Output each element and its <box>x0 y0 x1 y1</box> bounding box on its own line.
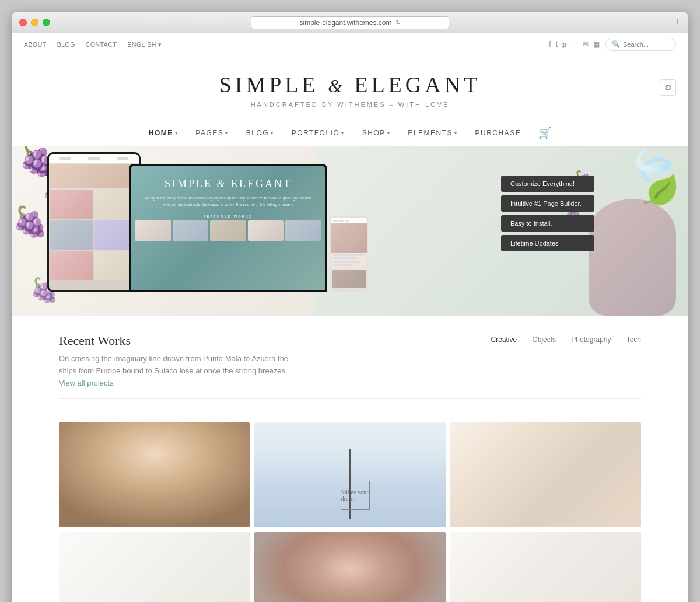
recent-works-section: Recent Works On crossing the imaginary l… <box>12 316 688 422</box>
hero-banner: 🍇 🍇 🍇 🍇 🍃 🍇 🍇 2.0 <box>12 146 688 316</box>
site-title-ampersand: & <box>328 75 354 96</box>
devices-container: SIMPLE & ELEGANT At night the body of cl… <box>47 152 368 292</box>
filter-tech[interactable]: Tech <box>626 335 641 344</box>
portfolio-item-4[interactable] <box>59 532 250 602</box>
wine-glass-decoration <box>589 199 676 316</box>
nav-blog[interactable]: BLOG <box>57 41 75 48</box>
nav-item-shop[interactable]: SHOP ▾ <box>362 129 391 137</box>
section-divider <box>59 398 641 399</box>
add-tab-button[interactable]: + <box>675 16 681 29</box>
portfolio-item-2[interactable]: follow your dream <box>254 422 445 527</box>
laptop-featured-label: FEATURED WORKS <box>131 215 325 218</box>
laptop-body-text: At night the body of clouds advancing hi… <box>131 195 325 208</box>
laptop-site-title: SIMPLE & ELEGANT <box>131 166 325 195</box>
url-text: simple-elegant.withemes.com <box>299 19 391 27</box>
social-icons: f t 𝕡 ◻ ✉ ▦ <box>549 40 600 48</box>
recent-works-title: Recent Works <box>59 333 292 348</box>
nav-item-elements[interactable]: ELEMENTS ▾ <box>408 129 457 137</box>
settings-button[interactable]: ⚙ <box>660 79 676 96</box>
instagram-icon[interactable]: ◻ <box>572 40 578 48</box>
portfolio-filter: Creative · Objects · Photography · Tech <box>491 333 642 344</box>
filter-separator-1: · <box>524 337 525 342</box>
search-input[interactable] <box>623 41 670 48</box>
site-subtitle: HANDCRAFTED BY WITHEMES – WITH LOVE <box>24 101 676 108</box>
filter-separator-3: · <box>618 337 619 342</box>
view-all-projects-link[interactable]: View all projects <box>59 379 114 387</box>
twitter-icon[interactable]: t <box>556 40 558 48</box>
main-nav: HOME ▾ PAGES ▾ BLOG ▾ PORTFOLIO ▾ SHOP ▾… <box>12 120 688 146</box>
browser-titlebar: simple-elegant.withemes.com ↻ + <box>12 12 688 33</box>
rss-icon[interactable]: ▦ <box>593 40 600 48</box>
minimize-button[interactable] <box>31 19 38 26</box>
nav-contact[interactable]: CONTACT <box>86 41 117 48</box>
phone-mockup <box>330 216 368 292</box>
url-bar[interactable]: simple-elegant.withemes.com ↻ <box>251 16 449 29</box>
recent-works-info: Recent Works On crossing the imaginary l… <box>59 333 292 389</box>
feature-btn-customize[interactable]: Customize Everything! <box>501 176 594 192</box>
pinterest-icon[interactable]: 𝕡 <box>562 40 568 48</box>
recent-works-header: Recent Works On crossing the imaginary l… <box>59 333 641 389</box>
mail-icon[interactable]: ✉ <box>583 40 589 48</box>
cart-icon[interactable]: 🛒 <box>538 127 551 139</box>
website-content: ABOUT BLOG CONTACT ENGLISH ▾ f t 𝕡 ◻ ✉ ▦… <box>12 33 688 602</box>
portfolio-grid: follow your dream <box>12 422 688 602</box>
filter-objects[interactable]: Objects <box>532 335 556 344</box>
nav-item-purchase[interactable]: PURCHASE <box>475 129 521 137</box>
maximize-button[interactable] <box>43 19 50 26</box>
filter-photography[interactable]: Photography <box>571 335 611 344</box>
nav-item-home[interactable]: HOME ▾ <box>149 129 178 137</box>
tablet-mockup <box>47 152 141 292</box>
portfolio-item-1[interactable] <box>59 422 250 527</box>
nav-item-blog[interactable]: BLOG ▾ <box>246 129 274 137</box>
laptop-mockup: SIMPLE & ELEGANT At night the body of cl… <box>129 164 327 292</box>
filter-creative[interactable]: Creative <box>491 335 517 344</box>
feature-buttons: Customize Everything! Intuitive #1 Page … <box>501 176 594 251</box>
top-bar: ABOUT BLOG CONTACT ENGLISH ▾ f t 𝕡 ◻ ✉ ▦… <box>12 33 688 55</box>
top-bar-nav: ABOUT BLOG CONTACT ENGLISH ▾ <box>24 41 162 48</box>
nav-about[interactable]: ABOUT <box>24 41 47 48</box>
nav-item-portfolio[interactable]: PORTFOLIO ▾ <box>292 129 345 137</box>
nav-item-pages[interactable]: PAGES ▾ <box>195 129 228 137</box>
filter-separator-2: · <box>563 337 564 342</box>
top-bar-right: f t 𝕡 ◻ ✉ ▦ 🔍 <box>549 38 676 51</box>
search-bar[interactable]: 🔍 <box>606 38 676 51</box>
search-icon: 🔍 <box>612 40 620 48</box>
traffic-lights <box>19 19 50 26</box>
grapes-decoration-4: 🍇 <box>12 205 48 239</box>
site-header: SIMPLE & ELEGANT HANDCRAFTED BY WITHEMES… <box>12 55 688 120</box>
site-title-part2: ELEGANT <box>354 72 481 97</box>
recent-works-description: On crossing the imaginary line drawn fro… <box>59 353 292 389</box>
feature-btn-updates[interactable]: Lifetime Updates <box>501 235 594 251</box>
feature-btn-install[interactable]: Easy to Install. <box>501 215 594 232</box>
reload-icon[interactable]: ↻ <box>396 19 401 26</box>
portfolio-item-6[interactable] <box>450 532 641 602</box>
site-title: SIMPLE & ELEGANT <box>24 72 676 97</box>
portfolio-item-3[interactable] <box>450 422 641 527</box>
feature-btn-pagebuilder[interactable]: Intuitive #1 Page Builder. <box>501 195 594 212</box>
close-button[interactable] <box>19 19 27 26</box>
site-title-part1: SIMPLE <box>219 72 319 97</box>
facebook-icon[interactable]: f <box>549 40 551 48</box>
nav-english[interactable]: ENGLISH ▾ <box>127 41 162 48</box>
portfolio-item-5[interactable] <box>254 532 445 602</box>
